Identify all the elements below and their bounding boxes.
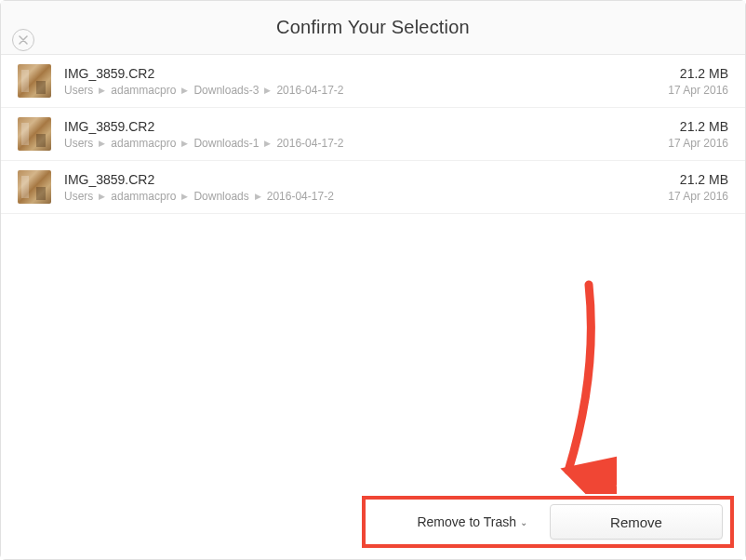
- file-size: 21.2 MB: [668, 172, 728, 187]
- path-segment: Users: [64, 190, 93, 203]
- path-segment: Users: [64, 84, 93, 97]
- file-meta: 21.2 MB 17 Apr 2016: [668, 66, 728, 97]
- file-info: IMG_3859.CR2 Users ▶ adammacpro ▶ Downlo…: [64, 119, 655, 150]
- file-thumbnail: [18, 170, 51, 204]
- file-date: 17 Apr 2016: [668, 84, 728, 97]
- file-path-breadcrumb: Users ▶ adammacpro ▶ Downloads ▶ 2016-04…: [64, 190, 655, 203]
- file-date: 17 Apr 2016: [668, 190, 728, 203]
- file-date: 17 Apr 2016: [668, 137, 728, 150]
- remove-button[interactable]: Remove: [550, 504, 723, 540]
- chevron-right-icon: ▶: [181, 192, 188, 201]
- path-segment: 2016-04-17-2: [276, 137, 343, 150]
- dialog-header: Confirm Your Selection: [1, 1, 745, 55]
- chevron-right-icon: ▶: [181, 139, 188, 148]
- file-size: 21.2 MB: [668, 119, 728, 134]
- file-row[interactable]: IMG_3859.CR2 Users ▶ adammacpro ▶ Downlo…: [1, 161, 745, 214]
- close-icon: [19, 35, 28, 45]
- path-segment: 2016-04-17-2: [276, 84, 343, 97]
- chevron-right-icon: ▶: [99, 192, 105, 201]
- file-name: IMG_3859.CR2: [64, 119, 655, 134]
- file-info: IMG_3859.CR2 Users ▶ adammacpro ▶ Downlo…: [64, 172, 655, 203]
- path-segment: Users: [64, 137, 93, 150]
- file-thumbnail: [18, 64, 51, 98]
- file-list: IMG_3859.CR2 Users ▶ adammacpro ▶ Downlo…: [1, 55, 745, 214]
- file-meta: 21.2 MB 17 Apr 2016: [668, 119, 728, 150]
- path-segment: adammacpro: [111, 137, 176, 150]
- footer-actions-highlight: Remove to Trash ⌄ Remove: [362, 496, 734, 548]
- file-info: IMG_3859.CR2 Users ▶ adammacpro ▶ Downlo…: [64, 66, 655, 97]
- file-thumbnail: [18, 117, 51, 151]
- chevron-right-icon: ▶: [264, 139, 271, 148]
- dialog-window: Confirm Your Selection IMG_3859.CR2 User…: [0, 0, 746, 560]
- path-segment: adammacpro: [111, 190, 176, 203]
- path-segment: 2016-04-17-2: [267, 190, 334, 203]
- remove-destination-dropdown[interactable]: Remove to Trash ⌄: [417, 514, 527, 529]
- path-segment: Downloads: [193, 190, 248, 203]
- chevron-right-icon: ▶: [99, 139, 105, 148]
- file-name: IMG_3859.CR2: [64, 66, 655, 81]
- dialog-title: Confirm Your Selection: [276, 17, 470, 38]
- file-meta: 21.2 MB 17 Apr 2016: [668, 172, 728, 203]
- path-segment: adammacpro: [111, 84, 176, 97]
- file-size: 21.2 MB: [668, 66, 728, 81]
- chevron-down-icon: ⌄: [520, 517, 527, 527]
- file-path-breadcrumb: Users ▶ adammacpro ▶ Downloads-1 ▶ 2016-…: [64, 137, 655, 150]
- chevron-right-icon: ▶: [99, 86, 105, 95]
- chevron-right-icon: ▶: [181, 86, 188, 95]
- dropdown-label: Remove to Trash: [417, 514, 516, 529]
- chevron-right-icon: ▶: [264, 86, 271, 95]
- path-segment: Downloads-3: [193, 84, 259, 97]
- file-row[interactable]: IMG_3859.CR2 Users ▶ adammacpro ▶ Downlo…: [1, 55, 745, 108]
- file-path-breadcrumb: Users ▶ adammacpro ▶ Downloads-3 ▶ 2016-…: [64, 84, 655, 97]
- file-row[interactable]: IMG_3859.CR2 Users ▶ adammacpro ▶ Downlo…: [1, 108, 745, 161]
- chevron-right-icon: ▶: [255, 192, 261, 201]
- close-button[interactable]: [12, 29, 34, 51]
- path-segment: Downloads-1: [193, 137, 259, 150]
- file-name: IMG_3859.CR2: [64, 172, 655, 187]
